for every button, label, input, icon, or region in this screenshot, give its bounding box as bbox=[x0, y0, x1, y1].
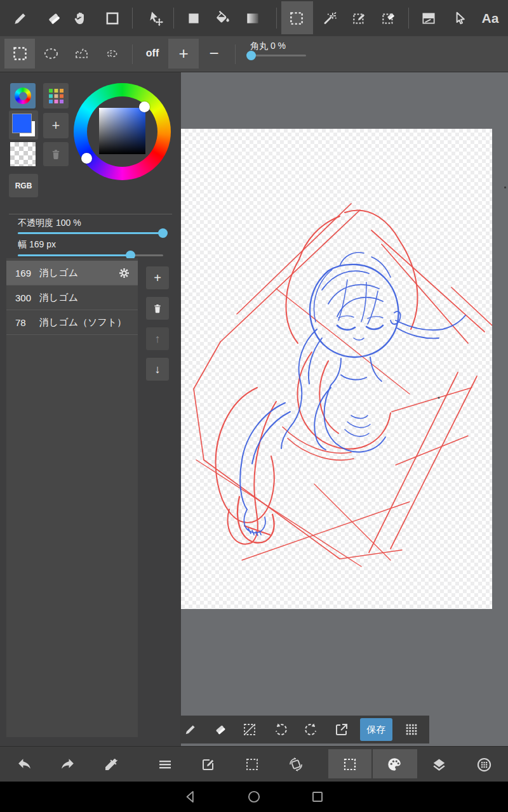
rect-select-button[interactable] bbox=[6, 39, 34, 67]
color-panel-button[interactable] bbox=[380, 750, 408, 778]
transform-panel-button[interactable] bbox=[282, 750, 310, 778]
eyedropper-icon bbox=[104, 757, 119, 772]
fill-square-tool-button[interactable] bbox=[180, 4, 208, 32]
delete-brush-button[interactable] bbox=[146, 297, 169, 320]
saturation-value-square[interactable] bbox=[99, 108, 145, 154]
lasso-icon bbox=[104, 45, 121, 62]
up-arrow-glyph: ↑ bbox=[155, 332, 161, 346]
color-wheel-mode-button[interactable] bbox=[10, 83, 36, 108]
android-home-button[interactable] bbox=[240, 783, 268, 811]
main-menu-button[interactable] bbox=[151, 750, 179, 778]
brush-size: 300 bbox=[15, 292, 39, 303]
deselect-button[interactable] bbox=[237, 716, 262, 743]
brush-size: 78 bbox=[15, 317, 39, 328]
color-palette-mode-button[interactable] bbox=[43, 83, 69, 108]
sketch-drawing bbox=[181, 129, 492, 609]
brush-list-item[interactable]: 300 消しゴム bbox=[6, 285, 138, 310]
redo-button[interactable] bbox=[53, 750, 81, 778]
export-button[interactable] bbox=[329, 716, 354, 743]
material-panel-button[interactable] bbox=[470, 750, 498, 778]
minus-label: − bbox=[209, 44, 218, 63]
brush-list-item[interactable]: 78 消しゴム（ソフト） bbox=[6, 310, 138, 335]
corner-radius-text: 角丸 bbox=[250, 41, 268, 51]
toolbar-divider bbox=[408, 8, 409, 29]
android-navigation-bar bbox=[0, 782, 508, 812]
move-tool-button[interactable] bbox=[142, 4, 170, 32]
toolbar-divider bbox=[132, 8, 133, 29]
edit-panel-button[interactable] bbox=[194, 750, 222, 778]
shrink-selection-button[interactable]: − bbox=[200, 39, 228, 67]
current-color-swatch[interactable] bbox=[9, 110, 38, 140]
corner-radius-slider-track[interactable] bbox=[250, 55, 306, 56]
color-wheel[interactable] bbox=[74, 83, 171, 180]
add-color-button[interactable]: + bbox=[43, 113, 69, 138]
android-recents-button[interactable] bbox=[304, 783, 331, 811]
android-back-button[interactable] bbox=[177, 783, 204, 811]
cursor-tool-button[interactable] bbox=[446, 4, 474, 32]
rotate-ccw-button[interactable] bbox=[268, 716, 293, 743]
marquee-eraser-icon bbox=[380, 10, 397, 27]
toolbar-divider bbox=[132, 44, 133, 64]
magic-wand-tool-button[interactable] bbox=[316, 4, 344, 32]
antialias-off-toggle[interactable]: off bbox=[138, 39, 166, 67]
canvas-viewport[interactable] bbox=[181, 72, 508, 746]
sv-selector-handle[interactable] bbox=[139, 102, 150, 112]
hue-selector-handle[interactable] bbox=[81, 153, 92, 164]
rotate-cw-button[interactable] bbox=[298, 716, 324, 743]
opacity-slider-fill bbox=[18, 232, 163, 234]
save-button[interactable]: 保存 bbox=[360, 718, 392, 741]
pencil-icon bbox=[12, 10, 29, 27]
split-panel-icon bbox=[420, 10, 437, 27]
dotted-circle-icon bbox=[476, 757, 492, 773]
gear-icon[interactable] bbox=[118, 267, 130, 279]
add-color-plus: + bbox=[52, 117, 60, 134]
corner-radius-slider-thumb[interactable] bbox=[246, 51, 256, 60]
eyedropper-button[interactable] bbox=[97, 750, 125, 778]
gradient-tool-button[interactable] bbox=[239, 4, 267, 32]
marquee-rect-icon bbox=[11, 45, 29, 62]
select-panel-button[interactable] bbox=[238, 750, 266, 778]
text-tool-button[interactable]: Aa bbox=[476, 4, 504, 32]
select-mode-button[interactable] bbox=[336, 750, 364, 778]
add-brush-button[interactable]: + bbox=[146, 266, 169, 289]
undo-button[interactable] bbox=[10, 750, 38, 778]
width-slider-fill bbox=[18, 254, 131, 256]
pencil-icon bbox=[184, 723, 197, 737]
toolbar-divider bbox=[276, 8, 277, 29]
quick-eraser-button[interactable] bbox=[208, 716, 233, 743]
quick-menu-grid-button[interactable] bbox=[399, 716, 424, 743]
delete-color-button[interactable] bbox=[43, 142, 69, 166]
brush-list-item[interactable]: 169 消しゴム bbox=[6, 261, 138, 285]
pencil-tool-button[interactable] bbox=[6, 4, 34, 32]
app-screen: Aa off + − 角丸 0 % bbox=[0, 0, 508, 812]
main-toolbar: Aa bbox=[0, 0, 508, 36]
marquee-polygon-icon bbox=[73, 45, 90, 62]
gradient-icon bbox=[244, 10, 261, 27]
move-brush-down-button[interactable]: ↓ bbox=[146, 358, 169, 381]
recents-square-icon bbox=[309, 789, 326, 805]
eraser-icon bbox=[46, 10, 62, 27]
polygon-select-button[interactable] bbox=[67, 39, 95, 67]
transparent-color-swatch[interactable] bbox=[10, 142, 36, 166]
eraser-tool-button[interactable] bbox=[40, 4, 68, 32]
brush-name: 消しゴム（ソフト） bbox=[39, 317, 126, 329]
off-label: off bbox=[146, 48, 159, 59]
drawing-page[interactable] bbox=[181, 129, 492, 609]
move-brush-up-button[interactable]: ↑ bbox=[146, 327, 169, 350]
expand-selection-button[interactable]: + bbox=[170, 39, 197, 67]
opacity-label: 不透明度 100 % bbox=[18, 218, 81, 229]
select-eraser-tool-button[interactable] bbox=[375, 4, 403, 32]
layers-panel-button[interactable] bbox=[425, 750, 453, 778]
quick-pencil-button[interactable] bbox=[178, 716, 203, 743]
divide-tool-button[interactable] bbox=[415, 4, 443, 32]
lasso-select-button[interactable] bbox=[98, 39, 126, 67]
shape-tool-button[interactable] bbox=[98, 4, 126, 32]
hand-tool-button[interactable] bbox=[67, 4, 95, 32]
select-tool-button[interactable] bbox=[283, 4, 311, 32]
magic-wand-icon bbox=[321, 10, 338, 27]
opacity-slider-thumb[interactable] bbox=[158, 228, 168, 238]
ellipse-select-button[interactable] bbox=[37, 39, 65, 67]
rgb-mode-button[interactable]: RGB bbox=[9, 174, 38, 197]
select-pen-tool-button[interactable] bbox=[345, 4, 373, 32]
bucket-tool-button[interactable] bbox=[209, 4, 237, 32]
